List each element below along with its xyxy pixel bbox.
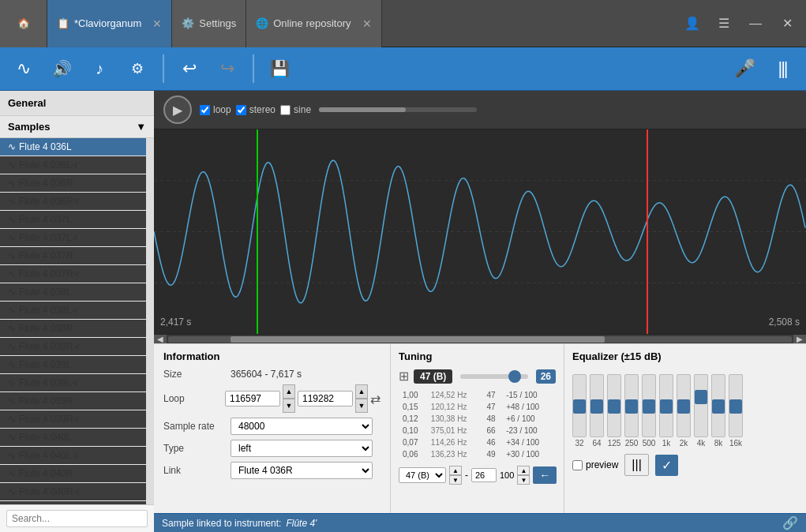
loop-checkbox-label[interactable]: loop [200, 104, 231, 115]
wave-icon: ∿ [8, 250, 16, 261]
tab-settings[interactable]: ⚙️ Settings [172, 0, 246, 47]
sidebar-item[interactable]: ∿Flute 4 038L-r [0, 302, 146, 320]
loop-end-input[interactable] [298, 391, 353, 406]
eq-settings-button[interactable]: ||| [624, 454, 648, 476]
link-select[interactable]: Flute 4 036R [231, 462, 373, 479]
scroll-right-button[interactable]: ▶ [793, 335, 806, 344]
loop-end-down-button[interactable]: ▼ [355, 399, 368, 413]
scroll-left-button[interactable]: ◀ [154, 335, 167, 344]
minimize-button[interactable]: — [743, 11, 768, 36]
eq-bar-track[interactable] [642, 374, 656, 437]
status-link-icon[interactable]: 🔗 [782, 515, 798, 530]
tuning-back-button[interactable]: ← [533, 466, 557, 484]
stereo-checkbox-label[interactable]: stereo [236, 104, 276, 115]
sidebar-samples-dropdown[interactable]: Samples ▼ [0, 116, 154, 138]
preview-checkbox-label[interactable]: preview [572, 459, 618, 470]
sidebar-item[interactable]: ∿Flute 4 039R [0, 392, 146, 410]
claviorganum-close-icon[interactable]: ✕ [152, 17, 162, 30]
music-tool-button[interactable]: ♪ [84, 53, 115, 84]
toolbar: ∿ 🔊 ♪ ⚙ ↩ ↪ 💾 🎤 ||| [0, 47, 806, 91]
search-input[interactable] [6, 510, 148, 527]
tuning-pitch-slider[interactable] [460, 374, 527, 379]
eq-bar-track[interactable] [729, 374, 743, 437]
tab-home[interactable]: 🏠 [0, 0, 47, 47]
sine-checkbox-label[interactable]: sine [280, 104, 311, 115]
tuning-cents-down-button[interactable]: ▼ [517, 475, 530, 485]
sidebar-item[interactable]: ∿Flute 4 040R [0, 465, 146, 483]
tuning-note-select[interactable]: 47 (B) [399, 467, 446, 483]
tuning-note-up-button[interactable]: ▲ [449, 466, 462, 475]
sidebar-item[interactable]: ∿Flute 4 038R-r [0, 338, 146, 356]
scroll-track[interactable] [168, 336, 792, 343]
time-start-label: 2,417 s [160, 317, 191, 328]
preview-checkbox[interactable] [572, 460, 583, 470]
redo-button[interactable]: ↪ [212, 53, 243, 84]
eq-confirm-button[interactable]: ✓ [655, 455, 678, 476]
playback-progress[interactable] [319, 107, 477, 112]
sidebar-item-label: Flute 4 037L [19, 214, 72, 225]
tab-claviorganum[interactable]: 📋 *Claviorganum ✕ [47, 0, 172, 47]
stereo-checkbox[interactable] [236, 105, 246, 115]
eq-bar-track[interactable] [694, 374, 708, 437]
sidebar-item[interactable]: ∿Flute 4 038L [0, 283, 146, 302]
loop-start-down-button[interactable]: ▼ [283, 399, 295, 413]
save-button[interactable]: 💾 [264, 53, 295, 84]
loop-end-up-button[interactable]: ▲ [355, 384, 368, 399]
sidebar-item[interactable]: ∿Flute 4 037L [0, 211, 146, 229]
play-button[interactable]: ▶ [163, 96, 192, 124]
eq-bar-track[interactable] [659, 374, 673, 437]
sidebar-item[interactable]: ∿Flute 4 037L-r [0, 229, 146, 247]
sidebar-item[interactable]: ∿Flute 4 036R [0, 174, 146, 193]
sidebar-scrollbar[interactable] [146, 138, 154, 504]
eq-bar-track[interactable] [572, 374, 587, 437]
info-samplerate-label: Sample rate [163, 421, 231, 432]
sidebar-item[interactable]: ∿Flute 4 038R [0, 320, 146, 338]
scroll-thumb[interactable] [231, 336, 605, 343]
user-button[interactable]: 👤 [680, 11, 705, 36]
tuning-cents-up-button[interactable]: ▲ [517, 466, 530, 475]
eq-band: 125 [607, 374, 621, 448]
mixer-button[interactable]: ||| [767, 53, 798, 84]
sidebar-item[interactable]: ∿Flute 4 039L-r [0, 374, 146, 392]
sidebar-item[interactable]: ∿Flute 4 037R [0, 247, 146, 265]
eq-bar-track[interactable] [677, 374, 691, 437]
wave-tool-button[interactable]: ∿ [8, 53, 39, 84]
close-button[interactable]: ✕ [774, 11, 800, 36]
sidebar-item[interactable]: ∿Flute 4 036L [0, 138, 146, 156]
config-tool-button[interactable]: ⚙ [122, 53, 153, 84]
playback-options: loop stereo sine [200, 104, 311, 115]
tab-repository[interactable]: 🌐 Online repository ✕ [246, 0, 381, 47]
sidebar-item[interactable]: ∿Flute 4 039L [0, 356, 146, 374]
eq-bar-track[interactable] [711, 374, 725, 437]
eq-bar-track[interactable] [607, 374, 621, 437]
tuning-note-down-button[interactable]: ▼ [449, 475, 462, 485]
claviorganum-tab-icon: 📋 [57, 17, 69, 29]
sidebar-item[interactable]: ∿Flute 4 037R-r [0, 265, 146, 283]
eq-bar-track[interactable] [624, 374, 639, 437]
info-size-value: 365604 - 7,617 s [231, 369, 302, 380]
repository-close-icon[interactable]: ✕ [362, 17, 372, 30]
waveform-scrollbar[interactable]: ◀ ▶ [154, 334, 806, 343]
eq-band: 250 [624, 374, 639, 448]
sample-rate-select[interactable]: 48000 [231, 418, 373, 435]
tuning-cents-input[interactable] [471, 468, 497, 482]
loop-swap-button[interactable]: ⇄ [370, 392, 381, 406]
tuning-row: 0,07 114,26 Hz 46 +34 / 100 [400, 437, 554, 448]
microphone-button[interactable]: 🎤 [729, 53, 760, 84]
sine-checkbox[interactable] [280, 105, 291, 115]
sidebar-item[interactable]: ∿Flute 4 040L-r [0, 447, 146, 465]
sidebar-item[interactable]: ∿Flute 4 036L-r [0, 156, 146, 174]
undo-button[interactable]: ↩ [174, 53, 205, 84]
loop-checkbox[interactable] [200, 105, 210, 115]
eq-bar-track[interactable] [590, 374, 604, 437]
sidebar-item[interactable]: ∿Flute 4 040L [0, 429, 146, 447]
waveform-display[interactable]: 2,417 s 2,508 s [154, 129, 806, 334]
loop-start-input[interactable] [225, 391, 280, 406]
volume-tool-button[interactable]: 🔊 [46, 53, 77, 84]
sidebar-item[interactable]: ∿Flute 4 039R-r [0, 410, 146, 429]
menu-button[interactable]: ☰ [711, 11, 737, 36]
sidebar-item[interactable]: ∿Flute 4 040R-r [0, 483, 146, 501]
sidebar-item[interactable]: ∿Flute 4 036R-r [0, 193, 146, 211]
type-select[interactable]: left [231, 440, 373, 457]
loop-start-up-button[interactable]: ▲ [283, 384, 295, 399]
